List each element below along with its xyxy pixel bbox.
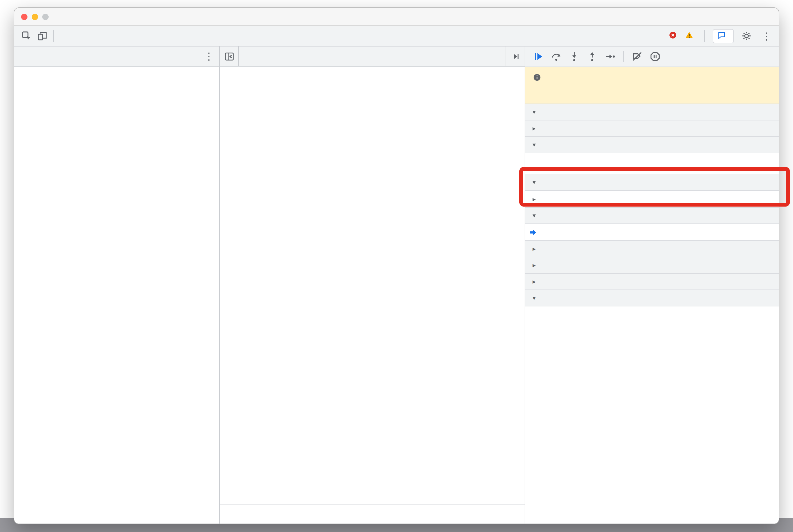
xhr-breakpoints-section-header[interactable]: ▸ bbox=[525, 240, 779, 257]
debugger-sidebar: ▾ ▸ ▾ ▾ ▸ bbox=[525, 46, 779, 524]
navigator-panel: ⋮ bbox=[14, 46, 220, 524]
deactivate-breakpoints-button[interactable] bbox=[629, 49, 645, 64]
warning-icon bbox=[685, 31, 694, 41]
scope-section-header[interactable]: ▾ bbox=[525, 174, 779, 191]
execution-arrow-icon bbox=[529, 229, 538, 235]
minimize-window-button[interactable] bbox=[32, 14, 38, 20]
triangle-right-icon: ▸ bbox=[529, 125, 539, 132]
global-listeners-section-header[interactable]: ▸ bbox=[525, 273, 779, 290]
navigator-kebab-icon[interactable]: ⋮ bbox=[202, 50, 219, 62]
console-warnings-badge[interactable] bbox=[685, 31, 696, 41]
issues-bubble-icon bbox=[717, 31, 726, 41]
devtools-content: ⋮ bbox=[14, 46, 779, 524]
issues-counter-button[interactable] bbox=[713, 29, 734, 43]
editor-panel bbox=[220, 46, 525, 524]
step-over-button[interactable] bbox=[548, 49, 564, 64]
triangle-right-icon: ▸ bbox=[529, 262, 539, 269]
pause-on-exceptions-button[interactable] bbox=[647, 49, 663, 64]
event-listener-breakpoints-section-header[interactable]: ▾ bbox=[525, 289, 779, 306]
toggle-navigator-icon[interactable] bbox=[220, 46, 239, 66]
dom-breakpoints-section-header[interactable]: ▸ bbox=[525, 257, 779, 274]
triangle-right-icon: ▸ bbox=[529, 278, 539, 285]
step-out-button[interactable] bbox=[584, 49, 600, 64]
paused-banner bbox=[525, 67, 779, 104]
file-tree bbox=[14, 66, 219, 524]
toolbar-separator bbox=[623, 51, 624, 62]
window-titlebar bbox=[14, 8, 779, 26]
close-window-button[interactable] bbox=[21, 14, 27, 20]
error-icon bbox=[668, 31, 677, 41]
inspect-element-button[interactable] bbox=[18, 28, 34, 44]
breakpoints-section-header[interactable]: ▾ bbox=[525, 136, 779, 153]
triangle-down-icon: ▾ bbox=[529, 178, 539, 186]
main-menu-kebab-icon[interactable]: ⋮ bbox=[759, 30, 773, 42]
more-tabs-icon[interactable] bbox=[506, 46, 525, 66]
scope-global-row[interactable]: ▸ bbox=[525, 191, 779, 208]
toolbar-right-group: ⋮ bbox=[668, 28, 775, 44]
call-stack-frame-row[interactable] bbox=[525, 224, 779, 241]
toolbar-separator bbox=[704, 30, 705, 42]
call-stack-section-header[interactable]: ▾ bbox=[525, 207, 779, 224]
no-breakpoints-message bbox=[525, 153, 779, 174]
info-icon bbox=[532, 73, 542, 84]
settings-gear-icon[interactable] bbox=[739, 28, 754, 44]
toolbar-separator bbox=[53, 30, 54, 42]
triangle-down-icon: ▾ bbox=[529, 108, 539, 116]
step-into-button[interactable] bbox=[566, 49, 582, 64]
console-errors-badge[interactable] bbox=[668, 31, 680, 41]
triangle-down-icon: ▾ bbox=[529, 212, 539, 219]
device-toolbar-button[interactable] bbox=[34, 28, 50, 44]
triangle-down-icon: ▾ bbox=[529, 294, 539, 302]
zoom-window-button[interactable] bbox=[42, 14, 49, 20]
code-editor[interactable] bbox=[220, 66, 525, 505]
threads-section-header[interactable]: ▾ bbox=[525, 103, 779, 120]
step-button[interactable] bbox=[602, 49, 618, 64]
debugger-toolbar bbox=[525, 46, 779, 67]
triangle-right-icon: ▸ bbox=[529, 195, 539, 203]
watch-section-header[interactable]: ▸ bbox=[525, 120, 779, 137]
resume-script-button[interactable] bbox=[530, 49, 546, 64]
editor-tabbar bbox=[220, 46, 525, 66]
window-controls bbox=[21, 8, 49, 25]
triangle-right-icon: ▸ bbox=[529, 245, 539, 252]
triangle-down-icon: ▾ bbox=[529, 141, 539, 149]
devtools-window: ⋮ ⋮ bbox=[14, 7, 779, 524]
navigator-tabbar: ⋮ bbox=[14, 46, 219, 66]
screenshot-stage: ⋮ ⋮ bbox=[0, 0, 793, 532]
main-toolbar: ⋮ bbox=[14, 26, 779, 46]
editor-statusbar bbox=[220, 505, 525, 524]
